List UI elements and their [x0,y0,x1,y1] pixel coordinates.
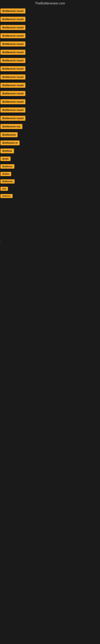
bottleneck-badge[interactable]: Bottlenec [0,164,14,169]
result-row: Bottleneck result [0,7,100,15]
bottleneck-badge[interactable]: Bottleneck result [0,108,25,112]
result-row: Bottleneck result [0,32,100,40]
bottleneck-badge[interactable]: Bottlenec [0,194,13,198]
bottleneck-badge[interactable]: Bottleneck res [0,124,22,129]
site-title: TheBottlenecker.com [0,0,100,7]
result-row: Bott [0,185,100,192]
bottleneck-badge[interactable]: Bottleneck result [0,74,25,80]
section-break-7 [0,391,100,416]
result-row: Bottleneck result [0,15,100,23]
result-row: Bottleneck res [0,122,100,130]
result-row: Bottleneck re [0,139,100,147]
result-row: Bottle [0,155,100,162]
bottleneck-badge[interactable]: Bottlen [0,172,11,176]
result-row: Bottleneck result [0,106,100,114]
bottleneck-badge[interactable]: Bottleneck result [0,50,25,55]
bottleneck-badge[interactable]: Bottleneck result [0,25,25,30]
bottleneck-badge[interactable]: Bottleneck [0,132,18,137]
bottleneck-badge[interactable]: Bottle [0,156,11,161]
placeholder-text-1: | [0,240,100,244]
bottleneck-badge[interactable]: Bottleneck result [0,17,25,22]
bottleneck-badge[interactable]: Bottleneck result [0,66,25,71]
results-container: Bottleneck resultBottleneck resultBottle… [0,7,100,200]
bottleneck-badge[interactable]: Bottleneck result [0,91,25,96]
result-row: Bottleneck result [0,48,100,56]
bottleneck-badge[interactable]: Bottlene [0,148,14,153]
section-break-6 [0,367,100,391]
bottleneck-badge[interactable]: Bott [0,187,8,191]
result-row: Bottleneck result [0,73,100,81]
section-break-3 [0,295,100,319]
result-row: Bottleneck result [0,98,100,106]
bottleneck-badge[interactable]: Bottleneck result [0,42,25,46]
result-row: Bottleneck result [0,23,100,32]
result-row: Bottleneck result [0,40,100,48]
bottleneck-badge[interactable]: Bottleneck result [0,8,25,14]
bottleneck-badge[interactable]: Bottleneck result [0,83,25,88]
result-row: Bottleneck result [0,56,100,64]
result-row: Bottleneck [0,130,100,139]
bottleneck-badge[interactable]: Bottleneck [0,179,15,184]
tiny-mark: ... [0,292,100,295]
result-row: Bottleneck result [0,81,100,89]
result-row: Bottleneck [0,178,100,185]
result-row: Bottleneck result [0,89,100,98]
bottleneck-badge[interactable]: Bottleneck re [0,140,20,145]
section-break-4 [0,319,100,343]
result-row: Bottlenec [0,162,100,170]
spacer-1 [0,200,100,240]
bottleneck-badge[interactable]: Bottleneck result [0,116,25,121]
section-break-2 [0,268,100,292]
bottleneck-badge[interactable]: Bottleneck result [0,33,25,38]
result-row: Bottleneck result [0,114,100,122]
section-break-5 [0,343,100,367]
bottleneck-badge[interactable]: Bottleneck result [0,99,25,104]
result-row: Bottlenec [0,192,100,200]
result-row: Bottleneck result [0,64,100,73]
section-break-1 [0,244,100,268]
result-row: Bottlene [0,147,100,155]
result-row: Bottlen [0,170,100,178]
bottleneck-badge[interactable]: Bottleneck result [0,58,25,63]
